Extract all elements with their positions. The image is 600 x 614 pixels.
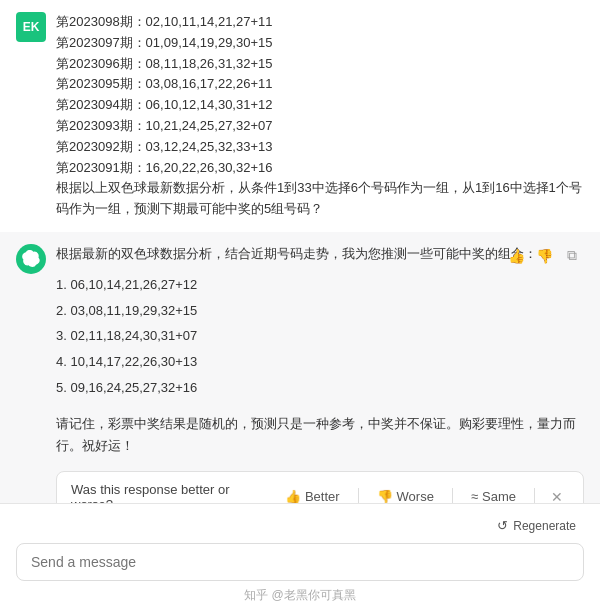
user-line-1: 第2023097期：01,09,14,19,29,30+15	[56, 35, 272, 50]
regenerate-button[interactable]: ↺ Regenerate	[489, 514, 584, 537]
input-row	[16, 543, 584, 581]
watermark: 知乎 @老黑你可真黑	[16, 587, 584, 604]
thumbs-up-icon[interactable]: 👍	[504, 244, 528, 268]
bottom-bar: ↺ Regenerate 知乎 @老黑你可真黑	[0, 503, 600, 614]
user-line-4: 第2023094期：06,10,12,14,30,31+12	[56, 97, 272, 112]
regenerate-label: Regenerate	[513, 519, 576, 533]
feedback-divider	[358, 488, 359, 503]
user-line-7: 第2023091期：16,20,22,26,30,32+16	[56, 160, 272, 175]
avatar-initials: EK	[23, 20, 40, 34]
equal-icon: ≈	[471, 489, 478, 503]
feedback-bar: Was this response better or worse? 👍 Bet…	[56, 471, 584, 503]
same-button[interactable]: ≈ Same	[463, 485, 524, 503]
user-line-3: 第2023095期：03,08,16,17,22,26+11	[56, 76, 272, 91]
worse-label: Worse	[397, 489, 434, 503]
regenerate-icon: ↺	[497, 518, 508, 533]
prediction-3: 3. 02,11,18,24,30,31+07	[56, 326, 584, 347]
ai-message: 👍 👎 ⧉ 根据最新的双色球数据分析，结合近期号码走势，我为您推测一些可能中奖的…	[0, 232, 600, 503]
user-line-8: 根据以上双色球最新数据分析，从条件1到33中选择6个号码作为一组，从1到16中选…	[56, 180, 582, 216]
copy-icon[interactable]: ⧉	[560, 244, 584, 268]
feedback-question: Was this response better or worse?	[71, 482, 267, 503]
same-label: Same	[482, 489, 516, 503]
top-right-icons: 👍 👎 ⧉	[504, 244, 584, 268]
user-line-2: 第2023096期：08,11,18,26,31,32+15	[56, 56, 272, 71]
ai-message-inner: 👍 👎 ⧉ 根据最新的双色球数据分析，结合近期号码走势，我为您推测一些可能中奖的…	[56, 244, 584, 503]
user-message: EK 第2023098期：02,10,11,14,21,27+11 第20230…	[0, 0, 600, 232]
better-label: Better	[305, 489, 340, 503]
prediction-2: 2. 03,08,11,19,29,32+15	[56, 301, 584, 322]
better-button[interactable]: 👍 Better	[277, 485, 348, 503]
prediction-5: 5. 09,16,24,25,27,32+16	[56, 378, 584, 399]
ai-avatar	[16, 244, 46, 274]
thumbs-down-small-icon: 👎	[377, 489, 393, 503]
user-line-6: 第2023092期：03,12,24,25,32,33+13	[56, 139, 272, 154]
message-input[interactable]	[31, 554, 569, 570]
chat-container: EK 第2023098期：02,10,11,14,21,27+11 第20230…	[0, 0, 600, 503]
user-line-5: 第2023093期：10,21,24,25,27,32+07	[56, 118, 272, 133]
worse-button[interactable]: 👎 Worse	[369, 485, 442, 503]
thumbs-up-small-icon: 👍	[285, 489, 301, 503]
prediction-1: 1. 06,10,14,21,26,27+12	[56, 275, 584, 296]
user-avatar: EK	[16, 12, 46, 42]
feedback-divider-3	[534, 488, 535, 503]
thumbs-down-icon[interactable]: 👎	[532, 244, 556, 268]
feedback-divider-2	[452, 488, 453, 503]
ai-disclaimer: 请记住，彩票中奖结果是随机的，预测只是一种参考，中奖并不保证。购彩要理性，量力而…	[56, 413, 584, 457]
prediction-4: 4. 10,14,17,22,26,30+13	[56, 352, 584, 373]
close-icon[interactable]: ✕	[545, 485, 569, 503]
prediction-list: 1. 06,10,14,21,26,27+12 2. 03,08,11,19,2…	[56, 275, 584, 399]
user-text: 第2023098期：02,10,11,14,21,27+11 第2023097期…	[56, 12, 584, 220]
user-line-0: 第2023098期：02,10,11,14,21,27+11	[56, 14, 272, 29]
ai-content: 根据最新的双色球数据分析，结合近期号码走势，我为您推测一些可能中奖的组合： 1.…	[56, 244, 584, 503]
